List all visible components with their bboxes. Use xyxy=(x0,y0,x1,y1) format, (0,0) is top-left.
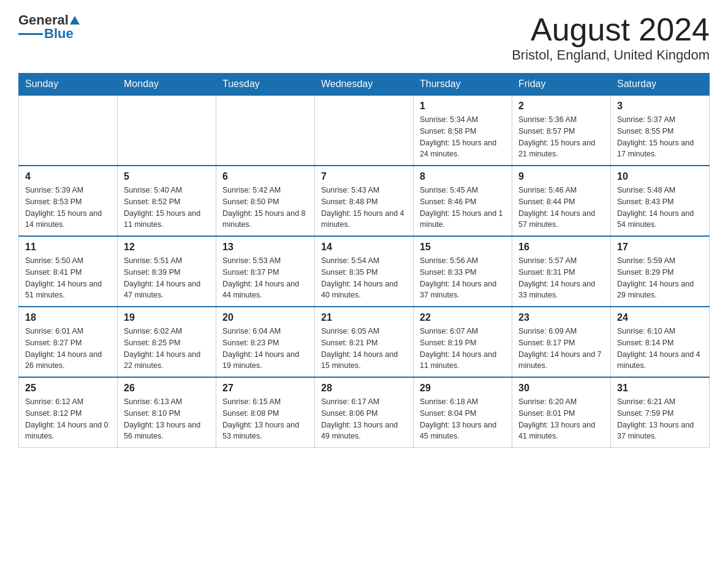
day-info: Sunrise: 6:20 AMSunset: 8:01 PMDaylight:… xyxy=(518,396,604,442)
day-number: 9 xyxy=(518,171,604,182)
day-cell-10: 10Sunrise: 5:48 AMSunset: 8:43 PMDayligh… xyxy=(611,166,710,236)
day-info: Sunrise: 5:54 AMSunset: 8:35 PMDaylight:… xyxy=(321,255,407,301)
day-number: 17 xyxy=(617,242,703,253)
day-number: 8 xyxy=(420,171,506,182)
logo: General Blue xyxy=(18,12,81,42)
day-cell-15: 15Sunrise: 5:56 AMSunset: 8:33 PMDayligh… xyxy=(414,236,512,307)
day-info: Sunrise: 6:17 AMSunset: 8:06 PMDaylight:… xyxy=(321,396,407,442)
day-cell-26: 26Sunrise: 6:13 AMSunset: 8:10 PMDayligh… xyxy=(118,377,216,448)
day-info: Sunrise: 6:02 AMSunset: 8:25 PMDaylight:… xyxy=(124,326,210,372)
day-info: Sunrise: 5:46 AMSunset: 8:44 PMDaylight:… xyxy=(518,185,604,231)
day-cell-4: 4Sunrise: 5:39 AMSunset: 8:53 PMDaylight… xyxy=(19,166,118,236)
day-info: Sunrise: 5:53 AMSunset: 8:37 PMDaylight:… xyxy=(222,255,308,301)
day-cell-3: 3Sunrise: 5:37 AMSunset: 8:55 PMDaylight… xyxy=(611,95,710,166)
day-number: 2 xyxy=(518,101,604,112)
day-number: 22 xyxy=(420,312,506,323)
calendar-header-row: Sunday Monday Tuesday Wednesday Thursday… xyxy=(19,74,710,96)
col-thursday: Thursday xyxy=(414,74,512,96)
day-number: 30 xyxy=(518,383,604,394)
day-cell-21: 21Sunrise: 6:05 AMSunset: 8:21 PMDayligh… xyxy=(315,307,414,377)
day-info: Sunrise: 6:12 AMSunset: 8:12 PMDaylight:… xyxy=(25,396,111,442)
day-cell-28: 28Sunrise: 6:17 AMSunset: 8:06 PMDayligh… xyxy=(315,377,414,448)
col-monday: Monday xyxy=(118,74,216,96)
day-info: Sunrise: 6:13 AMSunset: 8:10 PMDaylight:… xyxy=(124,396,210,442)
week-row-4: 18Sunrise: 6:01 AMSunset: 8:27 PMDayligh… xyxy=(19,307,710,377)
day-info: Sunrise: 5:34 AMSunset: 8:58 PMDaylight:… xyxy=(420,114,506,160)
week-row-3: 11Sunrise: 5:50 AMSunset: 8:41 PMDayligh… xyxy=(19,236,710,307)
calendar-table: Sunday Monday Tuesday Wednesday Thursday… xyxy=(18,73,710,448)
day-cell-6: 6Sunrise: 5:42 AMSunset: 8:50 PMDaylight… xyxy=(216,166,315,236)
day-cell-20: 20Sunrise: 6:04 AMSunset: 8:23 PMDayligh… xyxy=(216,307,315,377)
day-cell-empty xyxy=(19,95,118,166)
day-cell-29: 29Sunrise: 6:18 AMSunset: 8:04 PMDayligh… xyxy=(414,377,512,448)
day-cell-17: 17Sunrise: 5:59 AMSunset: 8:29 PMDayligh… xyxy=(611,236,710,307)
day-number: 27 xyxy=(222,383,308,394)
day-info: Sunrise: 5:51 AMSunset: 8:39 PMDaylight:… xyxy=(124,255,210,301)
day-number: 20 xyxy=(222,312,308,323)
day-info: Sunrise: 6:07 AMSunset: 8:19 PMDaylight:… xyxy=(420,326,506,372)
day-number: 1 xyxy=(420,101,506,112)
day-info: Sunrise: 6:04 AMSunset: 8:23 PMDaylight:… xyxy=(222,326,308,372)
day-cell-23: 23Sunrise: 6:09 AMSunset: 8:17 PMDayligh… xyxy=(512,307,611,377)
day-number: 11 xyxy=(25,242,111,253)
day-cell-5: 5Sunrise: 5:40 AMSunset: 8:52 PMDaylight… xyxy=(118,166,216,236)
day-info: Sunrise: 5:36 AMSunset: 8:57 PMDaylight:… xyxy=(518,114,604,160)
day-cell-11: 11Sunrise: 5:50 AMSunset: 8:41 PMDayligh… xyxy=(19,236,118,307)
day-number: 14 xyxy=(321,242,407,253)
day-info: Sunrise: 6:21 AMSunset: 7:59 PMDaylight:… xyxy=(617,396,703,442)
day-number: 18 xyxy=(25,312,111,323)
day-number: 4 xyxy=(25,171,111,182)
day-cell-1: 1Sunrise: 5:34 AMSunset: 8:58 PMDaylight… xyxy=(414,95,512,166)
col-saturday: Saturday xyxy=(611,74,710,96)
day-cell-12: 12Sunrise: 5:51 AMSunset: 8:39 PMDayligh… xyxy=(118,236,216,307)
day-number: 24 xyxy=(617,312,703,323)
day-cell-18: 18Sunrise: 6:01 AMSunset: 8:27 PMDayligh… xyxy=(19,307,118,377)
day-number: 7 xyxy=(321,171,407,182)
day-number: 31 xyxy=(617,383,703,394)
day-cell-13: 13Sunrise: 5:53 AMSunset: 8:37 PMDayligh… xyxy=(216,236,315,307)
day-number: 5 xyxy=(124,171,210,182)
day-info: Sunrise: 5:39 AMSunset: 8:53 PMDaylight:… xyxy=(25,185,111,231)
day-number: 12 xyxy=(124,242,210,253)
day-info: Sunrise: 5:40 AMSunset: 8:52 PMDaylight:… xyxy=(124,185,210,231)
day-cell-14: 14Sunrise: 5:54 AMSunset: 8:35 PMDayligh… xyxy=(315,236,414,307)
day-info: Sunrise: 6:09 AMSunset: 8:17 PMDaylight:… xyxy=(518,326,604,372)
day-number: 15 xyxy=(420,242,506,253)
day-number: 25 xyxy=(25,383,111,394)
month-title: August 2024 xyxy=(512,12,710,47)
week-row-5: 25Sunrise: 6:12 AMSunset: 8:12 PMDayligh… xyxy=(19,377,710,448)
svg-marker-0 xyxy=(70,16,80,25)
day-info: Sunrise: 6:01 AMSunset: 8:27 PMDaylight:… xyxy=(25,326,111,372)
day-info: Sunrise: 5:37 AMSunset: 8:55 PMDaylight:… xyxy=(617,114,703,160)
day-cell-empty xyxy=(315,95,414,166)
day-cell-27: 27Sunrise: 6:15 AMSunset: 8:08 PMDayligh… xyxy=(216,377,315,448)
day-info: Sunrise: 5:45 AMSunset: 8:46 PMDaylight:… xyxy=(420,185,506,231)
day-cell-empty xyxy=(216,95,315,166)
day-number: 26 xyxy=(124,383,210,394)
day-number: 23 xyxy=(518,312,604,323)
day-info: Sunrise: 6:15 AMSunset: 8:08 PMDaylight:… xyxy=(222,396,308,442)
week-row-1: 1Sunrise: 5:34 AMSunset: 8:58 PMDaylight… xyxy=(19,95,710,166)
day-number: 10 xyxy=(617,171,703,182)
day-cell-8: 8Sunrise: 5:45 AMSunset: 8:46 PMDaylight… xyxy=(414,166,512,236)
day-info: Sunrise: 5:43 AMSunset: 8:48 PMDaylight:… xyxy=(321,185,407,231)
day-number: 28 xyxy=(321,383,407,394)
day-cell-9: 9Sunrise: 5:46 AMSunset: 8:44 PMDaylight… xyxy=(512,166,611,236)
day-cell-19: 19Sunrise: 6:02 AMSunset: 8:25 PMDayligh… xyxy=(118,307,216,377)
col-friday: Friday xyxy=(512,74,611,96)
day-number: 21 xyxy=(321,312,407,323)
day-info: Sunrise: 5:56 AMSunset: 8:33 PMDaylight:… xyxy=(420,255,506,301)
day-cell-16: 16Sunrise: 5:57 AMSunset: 8:31 PMDayligh… xyxy=(512,236,611,307)
day-cell-30: 30Sunrise: 6:20 AMSunset: 8:01 PMDayligh… xyxy=(512,377,611,448)
day-info: Sunrise: 5:57 AMSunset: 8:31 PMDaylight:… xyxy=(518,255,604,301)
day-cell-31: 31Sunrise: 6:21 AMSunset: 7:59 PMDayligh… xyxy=(611,377,710,448)
day-info: Sunrise: 5:59 AMSunset: 8:29 PMDaylight:… xyxy=(617,255,703,301)
day-cell-empty xyxy=(118,95,216,166)
header-right: August 2024 Bristol, England, United Kin… xyxy=(512,12,710,63)
day-info: Sunrise: 6:18 AMSunset: 8:04 PMDaylight:… xyxy=(420,396,506,442)
location-text: Bristol, England, United Kingdom xyxy=(512,47,710,63)
day-number: 29 xyxy=(420,383,506,394)
day-cell-22: 22Sunrise: 6:07 AMSunset: 8:19 PMDayligh… xyxy=(414,307,512,377)
day-number: 19 xyxy=(124,312,210,323)
day-number: 6 xyxy=(222,171,308,182)
